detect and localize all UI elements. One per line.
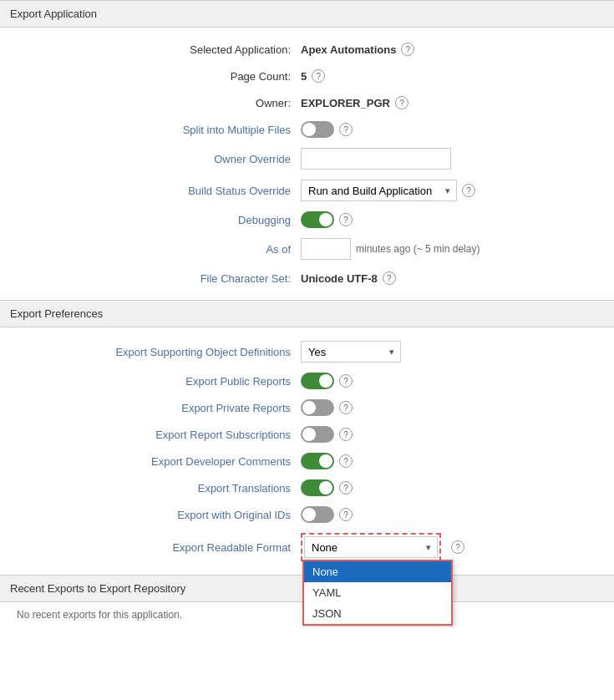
report-subscriptions-label: Export Report Subscriptions (0, 429, 301, 441)
owner-override-input[interactable] (301, 148, 451, 170)
readable-format-value-container: None YAML JSON ▾ None YAML JSON ? (301, 533, 581, 561)
report-subscriptions-slider (301, 426, 334, 443)
as-of-row: As of minutes ago (~ 5 min delay) (0, 233, 597, 265)
debugging-label: Debugging (0, 214, 301, 226)
page-count-help-icon[interactable]: ? (312, 69, 325, 83)
export-application-header: Export Application (0, 0, 614, 28)
translations-value-container: ? (301, 479, 581, 496)
selected-application-label: Selected Application: (0, 43, 301, 56)
file-char-set-value-container: Unicode UTF-8 ? (301, 271, 581, 285)
translations-slider (301, 479, 334, 496)
private-reports-label: Export Private Reports (0, 402, 301, 414)
readable-format-select-wrapper: None YAML JSON ▾ (304, 536, 438, 558)
selected-application-row: Selected Application: Apex Automations ? (0, 36, 597, 63)
translations-help-icon[interactable]: ? (339, 481, 353, 495)
public-reports-help-icon[interactable]: ? (339, 374, 353, 388)
page-count-value: 5 (301, 70, 307, 83)
developer-comments-slider (301, 453, 334, 469)
supporting-obj-row: Export Supporting Object Definitions Yes… (0, 336, 597, 368)
file-char-set-help-icon[interactable]: ? (383, 271, 396, 285)
export-preferences-header: Export Preferences (0, 300, 614, 327)
original-ids-row: Export with Original IDs ? (0, 501, 597, 528)
as-of-value-container: minutes ago (~ 5 min delay) (301, 238, 581, 260)
translations-toggle[interactable] (301, 479, 334, 496)
export-application-section: Export Application Selected Application:… (0, 0, 614, 300)
owner-row: Owner: EXPLORER_PGR ? (0, 89, 597, 116)
build-status-help-icon[interactable]: ? (462, 184, 475, 197)
split-files-label: Split into Multiple Files (0, 124, 301, 136)
as-of-suffix: minutes ago (~ 5 min delay) (356, 243, 480, 255)
private-reports-value-container: ? (301, 399, 581, 416)
private-reports-row: Export Private Reports ? (0, 394, 597, 421)
debugging-value-container: ? (301, 211, 581, 228)
split-files-help-icon[interactable]: ? (339, 123, 353, 136)
debugging-slider (301, 211, 334, 228)
page-count-value-container: 5 ? (301, 69, 581, 83)
split-files-row: Split into Multiple Files ? (0, 116, 597, 143)
public-reports-row: Export Public Reports ? (0, 368, 597, 394)
developer-comments-label: Export Developer Comments (0, 455, 301, 468)
split-files-value-container: ? (301, 121, 581, 138)
selected-application-value: Apex Automations (301, 43, 396, 56)
file-char-set-row: File Character Set: Unicode UTF-8 ? (0, 265, 597, 292)
build-status-select-wrapper: Run and Build Application ▾ (301, 180, 457, 201)
public-reports-value-container: ? (301, 373, 581, 389)
readable-format-help-icon[interactable]: ? (451, 540, 464, 554)
private-reports-slider (301, 399, 334, 416)
readable-format-dropdown-container: None YAML JSON ▾ None YAML JSON (301, 533, 441, 561)
owner-override-value-container (301, 148, 581, 170)
private-reports-toggle[interactable] (301, 399, 334, 416)
supporting-obj-label: Export Supporting Object Definitions (0, 346, 301, 358)
developer-comments-value-container: ? (301, 453, 581, 469)
owner-override-label: Owner Override (0, 153, 301, 165)
original-ids-help-icon[interactable]: ? (339, 508, 353, 521)
build-status-value-container: Run and Build Application ▾ ? (301, 180, 581, 201)
developer-comments-help-icon[interactable]: ? (339, 454, 353, 468)
public-reports-slider (301, 373, 334, 389)
export-application-title: Export Application (10, 8, 97, 20)
public-reports-label: Export Public Reports (0, 375, 301, 388)
split-files-slider (301, 121, 334, 138)
page-count-row: Page Count: 5 ? (0, 63, 597, 89)
supporting-obj-select[interactable]: Yes (301, 341, 401, 363)
debugging-toggle[interactable] (301, 211, 334, 228)
readable-format-option-yaml-item[interactable]: YAML (304, 582, 451, 603)
translations-row: Export Translations ? (0, 474, 597, 501)
readable-format-dropdown-popup: None YAML JSON (302, 560, 453, 626)
original-ids-value-container: ? (301, 506, 581, 523)
readable-format-select[interactable]: None YAML JSON (304, 536, 438, 558)
as-of-input[interactable] (301, 238, 351, 260)
export-application-form: Selected Application: Apex Automations ?… (0, 28, 614, 300)
file-char-set-label: File Character Set: (0, 272, 301, 285)
original-ids-toggle[interactable] (301, 506, 334, 523)
private-reports-help-icon[interactable]: ? (339, 401, 353, 414)
owner-value-container: EXPLORER_PGR ? (301, 96, 581, 109)
readable-format-option-none-item[interactable]: None (304, 561, 451, 582)
recent-exports-title: Recent Exports to Export Repository (10, 582, 185, 595)
build-status-select[interactable]: Run and Build Application (301, 180, 457, 201)
report-subscriptions-help-icon[interactable]: ? (339, 428, 353, 441)
translations-label: Export Translations (0, 482, 301, 495)
as-of-label: As of (0, 243, 301, 256)
owner-override-row: Owner Override (0, 143, 597, 175)
build-status-row: Build Status Override Run and Build Appl… (0, 175, 597, 206)
readable-format-option-json-item[interactable]: JSON (304, 603, 451, 624)
split-files-toggle[interactable] (301, 121, 334, 138)
owner-help-icon[interactable]: ? (395, 96, 408, 109)
original-ids-slider (301, 506, 334, 523)
selected-application-help-icon[interactable]: ? (401, 43, 414, 56)
debugging-help-icon[interactable]: ? (339, 213, 353, 226)
public-reports-toggle[interactable] (301, 373, 334, 389)
developer-comments-toggle[interactable] (301, 453, 334, 469)
report-subscriptions-row: Export Report Subscriptions ? (0, 421, 597, 448)
build-status-label: Build Status Override (0, 185, 301, 197)
owner-value: EXPLORER_PGR (301, 97, 390, 109)
supporting-obj-value-container: Yes ▾ (301, 341, 581, 363)
owner-label: Owner: (0, 97, 301, 109)
export-preferences-form: Export Supporting Object Definitions Yes… (0, 327, 614, 575)
file-char-set-value: Unicode UTF-8 (301, 272, 378, 285)
supporting-obj-select-wrapper: Yes ▾ (301, 341, 401, 363)
report-subscriptions-toggle[interactable] (301, 426, 334, 443)
page-count-label: Page Count: (0, 70, 301, 83)
export-preferences-title: Export Preferences (10, 307, 103, 320)
